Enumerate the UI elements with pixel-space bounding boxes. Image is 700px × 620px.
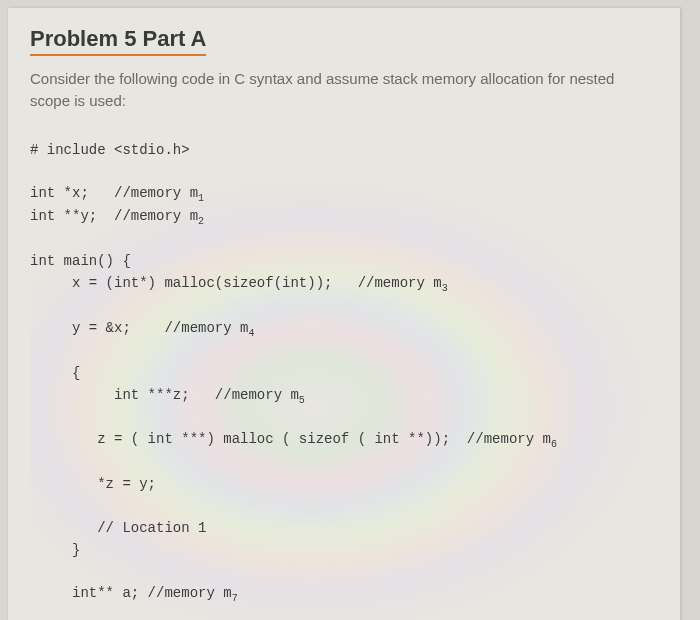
code-block: # include <stdio.h> int *x; //memory m1 … [30,138,658,621]
subscript: 1 [198,193,204,204]
subscript: 3 [442,283,448,294]
code-line: y = &x; //memory m [30,320,248,336]
code-line: int** a; //memory m [30,585,232,601]
code-line: *z = y; [30,476,156,492]
problem-title: Problem 5 Part A [30,26,206,56]
code-line: // Location 1 [30,520,206,536]
code-line: int *x; //memory m [30,185,198,201]
subscript: 6 [551,439,557,450]
code-line: int **y; //memory m [30,208,198,224]
document-page: Problem 5 Part A Consider the following … [8,8,680,620]
code-line: x = (int*) malloc(sizeof(int)); //memory… [30,275,442,291]
subscript: 7 [232,593,238,604]
code-line: { [30,365,80,381]
code-line: int ***z; //memory m [30,387,299,403]
problem-intro: Consider the following code in C syntax … [30,68,658,112]
code-line: int main() { [30,253,131,269]
subscript: 2 [198,216,204,227]
subscript: 4 [248,328,254,339]
subscript: 5 [299,394,305,405]
code-line: } [30,542,80,558]
code-line: # include <stdio.h> [30,142,190,158]
code-line: z = ( int ***) malloc ( sizeof ( int **)… [30,431,551,447]
